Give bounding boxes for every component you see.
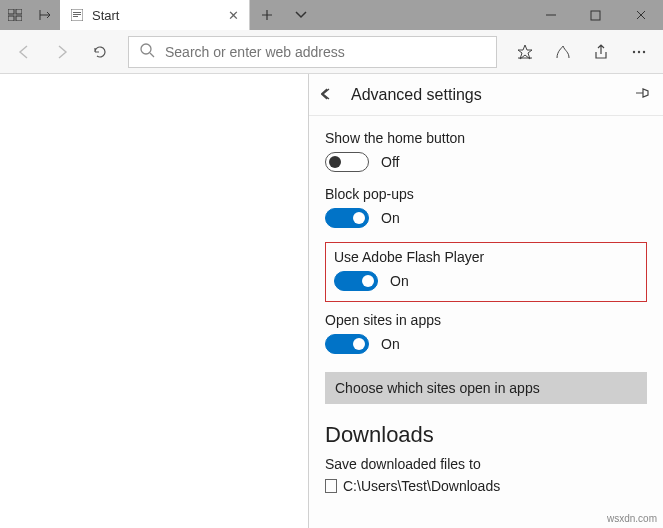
svg-rect-8 xyxy=(591,11,600,20)
choose-sites-button[interactable]: Choose which sites open in apps xyxy=(325,372,647,404)
search-icon xyxy=(139,42,155,62)
toggle-state-text: On xyxy=(381,336,400,352)
tab-title: Start xyxy=(92,8,220,23)
block-popups-toggle[interactable] xyxy=(325,208,369,228)
address-input[interactable] xyxy=(165,44,486,60)
window-close-button[interactable] xyxy=(618,0,663,30)
favorites-button[interactable] xyxy=(507,34,543,70)
svg-point-12 xyxy=(643,50,645,52)
svg-rect-1 xyxy=(16,9,22,14)
svg-rect-3 xyxy=(16,16,22,21)
svg-rect-7 xyxy=(73,16,78,17)
tab-menu-chevron-icon[interactable] xyxy=(284,0,318,30)
svg-rect-5 xyxy=(73,12,81,13)
svg-rect-6 xyxy=(73,14,81,15)
flash-toggle[interactable] xyxy=(334,271,378,291)
folder-icon xyxy=(325,479,337,493)
window-maximize-button[interactable] xyxy=(573,0,618,30)
toggle-state-text: Off xyxy=(381,154,399,170)
address-bar[interactable] xyxy=(128,36,497,68)
downloads-path: C:\Users\Test\Downloads xyxy=(343,478,500,494)
home-button-toggle[interactable] xyxy=(325,152,369,172)
back-chevron-icon[interactable] xyxy=(321,87,339,103)
setting-label: Block pop-ups xyxy=(325,186,647,202)
tab-favicon-icon xyxy=(70,8,84,22)
setting-label: Use Adobe Flash Player xyxy=(334,249,638,265)
downloads-heading: Downloads xyxy=(325,422,647,448)
toggle-state-text: On xyxy=(381,210,400,226)
share-button[interactable] xyxy=(583,34,619,70)
setting-label: Show the home button xyxy=(325,130,647,146)
browser-toolbar xyxy=(0,30,663,74)
downloads-path-row: C:\Users\Test\Downloads xyxy=(325,478,647,494)
back-button[interactable] xyxy=(6,34,42,70)
set-aside-icon[interactable] xyxy=(30,0,60,30)
svg-point-11 xyxy=(638,50,640,52)
setting-open-in-apps: Open sites in apps On xyxy=(325,312,647,354)
panel-title: Advanced settings xyxy=(351,86,623,104)
forward-button[interactable] xyxy=(44,34,80,70)
pin-icon[interactable] xyxy=(635,86,651,103)
window-minimize-button[interactable] xyxy=(528,0,573,30)
svg-rect-2 xyxy=(8,16,14,21)
flash-highlight-box: Use Adobe Flash Player On xyxy=(325,242,647,302)
new-tab-button[interactable] xyxy=(250,0,284,30)
svg-point-9 xyxy=(141,44,151,54)
setting-flash: Use Adobe Flash Player On xyxy=(334,249,638,291)
panel-body: Show the home button Off Block pop-ups O… xyxy=(309,116,663,528)
svg-rect-0 xyxy=(8,9,14,14)
taskview-icon[interactable] xyxy=(0,0,30,30)
reading-list-button[interactable] xyxy=(545,34,581,70)
refresh-button[interactable] xyxy=(82,34,118,70)
open-in-apps-toggle[interactable] xyxy=(325,334,369,354)
close-tab-icon[interactable]: ✕ xyxy=(228,8,239,23)
toggle-state-text: On xyxy=(390,273,409,289)
browser-tab[interactable]: Start ✕ xyxy=(60,0,250,30)
window-titlebar: Start ✕ xyxy=(0,0,663,30)
more-button[interactable] xyxy=(621,34,657,70)
settings-panel: Advanced settings Show the home button O… xyxy=(308,74,663,528)
setting-home-button: Show the home button Off xyxy=(325,130,647,172)
setting-block-popups: Block pop-ups On xyxy=(325,186,647,228)
panel-header: Advanced settings xyxy=(309,74,663,116)
setting-label: Open sites in apps xyxy=(325,312,647,328)
downloads-save-label: Save downloaded files to xyxy=(325,456,647,472)
page-content: Advanced settings Show the home button O… xyxy=(0,74,663,528)
svg-point-10 xyxy=(633,50,635,52)
watermark-text: wsxdn.com xyxy=(607,513,657,524)
